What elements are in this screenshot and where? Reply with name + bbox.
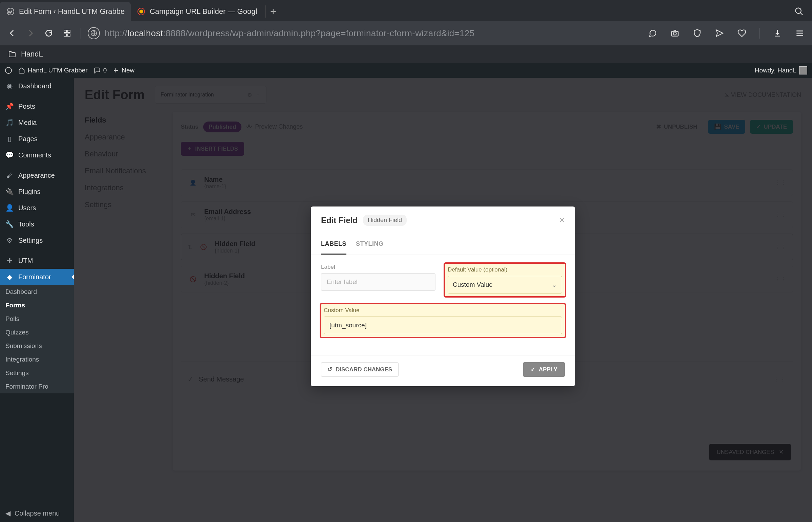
unpublish-button[interactable]: ✖ UNPUBLISH [650,120,703,134]
side-tab-appearance[interactable]: Appearance [85,129,173,145]
close-icon[interactable]: ✕ [559,216,565,225]
svg-point-16 [5,67,12,74]
download-icon[interactable] [771,26,784,40]
tabs-search-icon[interactable] [792,5,806,18]
custom-value-input[interactable] [324,317,562,334]
wrench-icon: 🔧 [5,220,14,228]
menu-users[interactable]: 👤Users [0,200,74,216]
grid-button[interactable] [60,26,74,40]
submenu-submissions[interactable]: Submissions [0,339,74,353]
forward-button[interactable] [24,26,37,40]
default-value-select[interactable]: Custom Value ⌄ [448,276,562,294]
wp-logo[interactable] [5,67,12,74]
send-icon[interactable] [713,26,726,40]
side-tab-settings[interactable]: Settings [85,196,173,213]
svg-marker-12 [716,30,723,37]
discard-button[interactable]: ↺ DISCARD CHANGES [321,362,399,377]
bookmarks-bar: HandL [0,45,812,63]
drag-handle-icon[interactable]: ⋮⋮ [775,179,786,186]
send-label[interactable]: Send Message [199,376,244,383]
menu-utm[interactable]: ✚UTM [0,253,74,269]
page-header: Edit Form Forminator Integration ⚙ ＋ ⇲ V… [74,78,812,112]
gear-icon[interactable]: ⚙ [247,92,252,98]
apply-button[interactable]: ✓ APPLY [523,362,565,377]
submenu-settings[interactable]: Settings [0,366,74,380]
preview-link[interactable]: 👁 Preview Changes [246,123,303,130]
form-name-input[interactable]: Forminator Integration [160,92,244,98]
undo-icon: ↺ [328,366,332,373]
new-link[interactable]: New [113,67,135,74]
menu-media[interactable]: 🎵Media [0,115,74,130]
pin-icon: 📌 [5,102,14,111]
drag-handle-icon[interactable]: ⋮⋮ [773,375,786,383]
menu-comments[interactable]: 💬Comments [0,147,74,163]
drag-handle-icon[interactable]: ⋮⋮ [775,244,786,250]
update-button[interactable]: ✓ UPDATE [750,120,793,134]
comments-link[interactable]: 0 [94,67,107,74]
heart-icon[interactable] [735,26,749,40]
insert-fields-button[interactable]: ＋ INSERT FIELDS [181,142,244,156]
check-icon: ✓ [187,375,193,383]
avatar [799,66,807,75]
menu-appearance[interactable]: 🖌Appearance [0,167,74,183]
new-tab-button[interactable]: + [265,5,281,18]
gauge-icon: ◉ [5,82,14,90]
browser-tab-active[interactable]: Edit Form ‹ HandL UTM Grabbe [0,2,131,21]
site-link[interactable]: HandL UTM Grabber [18,67,88,74]
save-button[interactable]: 💾 SAVE [708,120,745,134]
chat-icon[interactable] [646,26,659,40]
tab-labels[interactable]: LABELS [321,234,346,255]
unsaved-toast: UNSAVED CHANGES ✕ [709,444,791,460]
menu-settings[interactable]: ⚙Settings [0,232,74,248]
side-tab-integrations[interactable]: Integrations [85,179,173,196]
page-title: Edit Form [85,88,144,102]
shield-icon[interactable] [690,26,704,40]
label-input[interactable] [321,273,435,291]
submenu-dashboard[interactable]: Dashboard [0,285,74,299]
svg-rect-6 [68,30,70,33]
back-button[interactable] [5,26,19,40]
field-name[interactable]: 👤 Name{name-1} ⋮⋮ [181,169,793,196]
submenu-polls[interactable]: Polls [0,312,74,326]
menu-plugins[interactable]: 🔌Plugins [0,183,74,200]
drag-icon[interactable]: ⇅ [188,244,192,250]
menu-pages[interactable]: ▯Pages [0,130,74,147]
menu-forminator[interactable]: ◆Forminator [0,269,74,285]
close-icon[interactable]: ✕ [779,448,784,456]
svg-rect-5 [64,30,66,33]
reload-button[interactable] [42,26,56,40]
menu-posts[interactable]: 📌Posts [0,98,74,115]
wp-adminbar: HandL UTM Grabber 0 New Howdy, HandL [0,63,812,78]
drag-handle-icon[interactable]: ⋮⋮ [775,212,786,218]
modal-title: Edit Field [321,216,358,225]
user-icon: 👤 [5,204,14,212]
plus-icon[interactable]: ＋ [255,92,261,99]
site-info-icon[interactable] [88,27,100,39]
side-tab-behaviour[interactable]: Behaviour [85,145,173,162]
custom-value-label: Custom Value [324,307,562,314]
drag-handle-icon[interactable]: ⋮⋮ [775,276,786,282]
tab-styling[interactable]: STYLING [356,234,384,255]
side-tab-fields[interactable]: Fields [85,112,173,129]
plug-icon: 🔌 [5,187,14,196]
collapse-menu[interactable]: ◀ Collapse menu [0,504,74,522]
browser-tab[interactable]: Campaign URL Builder — Googl [131,2,263,21]
tab-title: Campaign URL Builder — Googl [150,7,257,16]
menu-dashboard[interactable]: ◉Dashboard [0,78,74,94]
howdy-link[interactable]: Howdy, HandL [755,66,807,75]
url-text[interactable]: http://localhost:8888/wordpress/wp-admin… [105,28,641,39]
submenu-integrations[interactable]: Integrations [0,353,74,366]
menu-icon[interactable] [793,26,807,40]
bookmark-item[interactable]: HandL [21,50,43,59]
submenu-forms[interactable]: Forms [0,299,74,312]
ga-favicon [137,7,145,16]
side-tab-email[interactable]: Email Notifications [85,162,173,179]
brush-icon: 🖌 [5,171,14,179]
separator [81,28,81,39]
doc-link[interactable]: ⇲ VIEW DOCUMENTATION [724,91,801,99]
submenu-quizzes[interactable]: Quizzes [0,326,74,339]
menu-tools[interactable]: 🔧Tools [0,216,74,232]
media-icon: 🎵 [5,119,14,127]
submenu-pro[interactable]: Forminator Pro [0,380,74,393]
camera-icon[interactable] [668,26,681,40]
